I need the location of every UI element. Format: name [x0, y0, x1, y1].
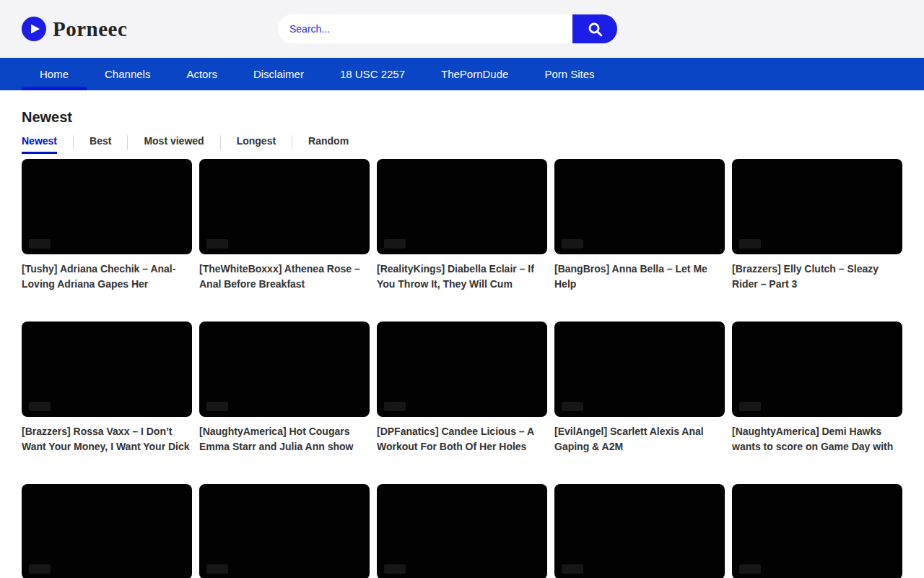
play-icon [22, 17, 46, 41]
search-form [278, 14, 617, 43]
video-card[interactable]: [Tushy] Adriana Chechik – Anal-Loving Ad… [22, 159, 192, 292]
video-card[interactable]: [DPFanatics] Candee Licious – A Workout … [377, 322, 547, 454]
duration-badge [739, 239, 761, 249]
duration-badge [562, 239, 583, 249]
brand-name: Porneec [53, 17, 127, 41]
video-thumbnail[interactable] [554, 322, 725, 417]
search-icon [587, 21, 603, 38]
video-title[interactable]: [Brazzers] Elly Clutch – Sleazy Rider – … [732, 262, 902, 292]
nav-item-18-usc-2257[interactable]: 18 USC 2257 [322, 58, 423, 90]
video-card[interactable]: [NaughtyAmerica] Hot Cougars Emma Starr … [199, 322, 370, 454]
duration-badge [29, 239, 51, 249]
duration-badge [562, 402, 583, 411]
video-card[interactable]: [Brazzers] Elly Clutch – Sleazy Rider – … [732, 159, 902, 292]
duration-badge [384, 239, 406, 249]
search-button[interactable] [572, 14, 617, 43]
video-card[interactable]: [NaughtyAmerica] Demi Hawks wants to sco… [732, 322, 902, 454]
duration-badge [384, 564, 406, 574]
tab-random[interactable]: Random [292, 135, 365, 150]
video-card[interactable]: [TheWhiteBoxxx] Athenea Rose – Anal Befo… [199, 159, 370, 292]
site-logo[interactable]: Porneec [22, 17, 127, 41]
duration-badge [206, 564, 228, 574]
nav-item-channels[interactable]: Channels [87, 58, 168, 90]
nav-item-home[interactable]: Home [22, 58, 87, 90]
tab-longest[interactable]: Longest [221, 135, 292, 150]
video-title[interactable]: [EvilAngel] Scarlett Alexis Anal Gaping … [554, 424, 725, 454]
video-title[interactable]: [NaughtyAmerica] Demi Hawks wants to sco… [732, 424, 902, 454]
video-title[interactable]: [BangBros] Anna Bella – Let Me Help [554, 262, 725, 292]
video-thumbnail[interactable] [732, 484, 902, 578]
video-thumbnail[interactable] [199, 484, 370, 578]
site-header: Porneec [0, 0, 924, 58]
video-thumbnail[interactable] [377, 484, 547, 578]
video-card[interactable]: [BangBros] Anna Bella – Let Me Help [554, 159, 725, 292]
main-nav: Home Channels Actors Disclaimer 18 USC 2… [0, 58, 924, 90]
video-thumbnail[interactable] [22, 484, 192, 578]
video-title[interactable]: [RealityKings] Diabella Eclair – If You … [377, 262, 547, 292]
video-card[interactable] [22, 484, 192, 578]
video-card[interactable] [199, 484, 370, 578]
page-title: Newest [22, 109, 902, 126]
video-thumbnail[interactable] [22, 159, 192, 254]
duration-badge [739, 402, 761, 411]
duration-badge [206, 402, 228, 411]
tab-newest[interactable]: Newest [22, 135, 74, 150]
duration-badge [562, 564, 583, 574]
nav-item-porn-sites[interactable]: Porn Sites [526, 58, 612, 90]
video-title[interactable]: [NaughtyAmerica] Hot Cougars Emma Starr … [199, 424, 370, 454]
video-thumbnail[interactable] [377, 322, 547, 417]
sort-tabs: Newest Best Most viewed Longest Random [22, 135, 902, 150]
video-card[interactable] [377, 484, 547, 578]
nav-item-actors[interactable]: Actors [168, 58, 235, 90]
video-title[interactable]: [TheWhiteBoxxx] Athenea Rose – Anal Befo… [199, 262, 370, 292]
video-card[interactable] [554, 484, 725, 578]
duration-badge [29, 564, 51, 574]
video-title[interactable]: [Tushy] Adriana Chechik – Anal-Loving Ad… [22, 262, 192, 292]
video-title[interactable]: [Brazzers] Rossa Vaxx – I Don’t Want You… [22, 424, 192, 454]
duration-badge [739, 564, 761, 574]
video-thumbnail[interactable] [377, 159, 547, 254]
video-thumbnail[interactable] [554, 159, 725, 254]
video-card[interactable] [732, 484, 902, 578]
video-card[interactable]: [EvilAngel] Scarlett Alexis Anal Gaping … [554, 322, 725, 454]
main-content: Newest Newest Best Most viewed Longest R… [22, 109, 902, 578]
tab-most-viewed[interactable]: Most viewed [128, 135, 220, 150]
video-card[interactable]: [RealityKings] Diabella Eclair – If You … [377, 159, 547, 292]
video-grid: [Tushy] Adriana Chechik – Anal-Loving Ad… [22, 159, 902, 578]
video-thumbnail[interactable] [199, 322, 370, 417]
duration-badge [29, 402, 51, 411]
video-thumbnail[interactable] [554, 484, 725, 578]
duration-badge [206, 239, 228, 249]
video-title[interactable]: [DPFanatics] Candee Licious – A Workout … [377, 424, 547, 454]
video-thumbnail[interactable] [199, 159, 370, 254]
video-thumbnail[interactable] [732, 322, 902, 417]
tab-best[interactable]: Best [74, 135, 128, 150]
nav-item-disclaimer[interactable]: Disclaimer [235, 58, 322, 90]
video-card[interactable]: [Brazzers] Rossa Vaxx – I Don’t Want You… [22, 322, 192, 454]
video-thumbnail[interactable] [732, 159, 902, 254]
search-input[interactable] [278, 14, 572, 43]
duration-badge [384, 402, 406, 411]
video-thumbnail[interactable] [22, 322, 192, 417]
nav-item-theporndude[interactable]: ThePornDude [423, 58, 526, 90]
